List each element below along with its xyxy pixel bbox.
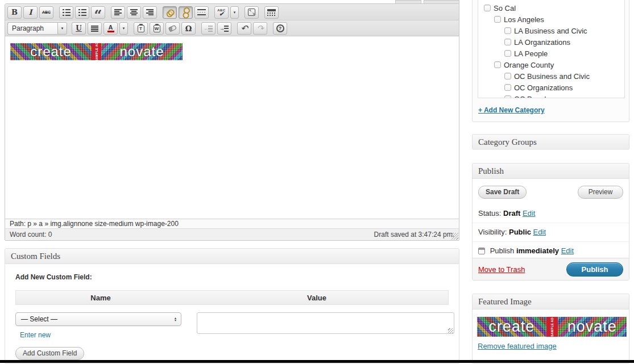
banner-strip-text: SAMPLE AD: [550, 317, 554, 337]
undo-icon: [241, 25, 248, 32]
custom-fields-body: Add New Custom Field: Name Value — Selec…: [5, 264, 459, 364]
category-item-la-business-and-civic[interactable]: LA Business and Civic: [478, 25, 624, 36]
save-draft-button[interactable]: Save Draft: [478, 186, 527, 199]
checkbox-icon[interactable]: [504, 39, 511, 45]
visibility-value: Public: [509, 228, 531, 236]
align-left-icon: [114, 9, 122, 15]
italic-button[interactable]: [23, 6, 38, 19]
category-label: LA People: [514, 49, 548, 58]
remove-format-icon: [168, 25, 177, 32]
bold-icon: [11, 8, 18, 16]
unlink-icon: [180, 6, 192, 18]
redo-button[interactable]: [253, 22, 267, 35]
category-item-la-people[interactable]: LA People: [478, 48, 624, 59]
custom-field-value-input[interactable]: [197, 312, 454, 334]
spellcheck-button[interactable]: [214, 6, 229, 19]
outdent-button[interactable]: [201, 22, 216, 35]
publish-panel-header[interactable]: Publish: [473, 164, 629, 179]
checkbox-icon[interactable]: [484, 5, 491, 11]
category-groups-panel: Category Groups: [472, 134, 629, 150]
help-button[interactable]: [273, 22, 287, 35]
checkbox-icon[interactable]: [494, 16, 501, 23]
checkbox-icon[interactable]: [504, 50, 511, 57]
remove-featured-image-link[interactable]: Remove featured image: [478, 342, 557, 350]
checkbox-icon[interactable]: [504, 84, 511, 91]
category-groups-panel-header[interactable]: Category Groups: [473, 135, 629, 150]
format-dropdown-arrow-icon[interactable]: [57, 22, 67, 35]
custom-field-new-row: — Select — ▲ ▼ Enter new: [15, 305, 449, 339]
justify-button[interactable]: [88, 22, 102, 35]
bullet-list-button[interactable]: [59, 6, 73, 19]
underline-button[interactable]: [72, 22, 86, 35]
post-banner-image[interactable]: create SAMPLE AD novate: [10, 43, 183, 60]
align-left-button[interactable]: [111, 6, 125, 19]
align-center-button[interactable]: [127, 6, 141, 19]
dropdown-arrow-button[interactable]: [119, 22, 128, 35]
undo-button[interactable]: [237, 22, 251, 35]
bold-button[interactable]: [7, 6, 22, 19]
paragraph-format-select[interactable]: Paragraph: [7, 22, 57, 35]
featured-image-panel-header[interactable]: Featured Image: [473, 294, 629, 309]
banner-right-mosaic: novate: [101, 43, 183, 60]
justify-icon: [91, 26, 98, 32]
visibility-label: Visibility:: [478, 228, 507, 236]
numbered-list-button[interactable]: [75, 6, 89, 19]
paste-word-button[interactable]: [150, 22, 164, 35]
move-to-trash-link[interactable]: Move to Trash: [478, 265, 525, 274]
align-right-button[interactable]: [143, 6, 157, 19]
category-item-los-angeles[interactable]: Los Angeles: [478, 14, 624, 25]
category-item-la-organizations[interactable]: LA Organizations: [478, 36, 624, 48]
bullet-list-icon: [63, 9, 71, 16]
word-count-text: Word count: 0: [10, 231, 52, 239]
add-new-category-link[interactable]: + Add New Category: [478, 106, 545, 114]
remove-format-button[interactable]: [165, 22, 180, 35]
custom-field-name-select[interactable]: — Select — ▲ ▼: [15, 312, 181, 326]
indent-icon: [220, 26, 229, 32]
checkbox-icon[interactable]: [504, 73, 511, 80]
paste-text-button[interactable]: [134, 22, 148, 35]
category-item-oc-business-and-civic[interactable]: OC Business and Civic: [478, 70, 624, 82]
featured-image-thumbnail[interactable]: create SAMPLE AD novate: [477, 317, 627, 337]
indent-button[interactable]: [217, 22, 231, 35]
edit-visibility-link[interactable]: Edit: [533, 228, 546, 236]
dropdown-arrow-button[interactable]: [230, 6, 239, 19]
special-char-icon: [185, 24, 192, 33]
category-item-oc-people[interactable]: OC People: [478, 93, 624, 98]
publish-button[interactable]: Publish: [566, 262, 623, 277]
kitchen-sink-icon: [267, 9, 276, 16]
status-label: Status:: [478, 209, 501, 217]
editor-content-area[interactable]: create SAMPLE AD novate: [5, 36, 459, 219]
publish-minor-actions: Save Draft Preview: [473, 179, 629, 204]
unlink-button[interactable]: [179, 6, 193, 19]
category-label: LA Organizations: [514, 38, 570, 47]
blockquote-button[interactable]: [91, 6, 105, 19]
category-item-so-cal[interactable]: So Cal: [478, 2, 624, 14]
preview-button[interactable]: Preview: [578, 186, 623, 199]
format-combo: Paragraph: [7, 22, 67, 35]
edit-schedule-link[interactable]: Edit: [561, 246, 574, 255]
text-color-button[interactable]: [103, 22, 118, 35]
category-item-oc-organizations[interactable]: OC Organizations: [478, 82, 624, 93]
more-tag-button[interactable]: [194, 6, 209, 19]
enter-new-link[interactable]: Enter new: [20, 331, 51, 339]
banner-word-left: create: [488, 318, 534, 336]
editor-resize-grip-icon[interactable]: [451, 233, 458, 240]
banner-word-left: create: [30, 44, 72, 60]
schedule-value: immediately: [516, 246, 559, 255]
checkbox-icon[interactable]: [504, 95, 511, 98]
custom-fields-panel-header[interactable]: Custom Fields: [5, 249, 459, 264]
editor-path-bar: Path: p » a » img.alignnone size-medium …: [5, 219, 459, 228]
special-char-button[interactable]: [181, 22, 196, 35]
strikethrough-button[interactable]: [39, 6, 53, 19]
categories-panel: So CalLos AngelesLA Business and CivicLA…: [472, 0, 629, 122]
checkbox-icon[interactable]: [494, 61, 501, 68]
checkbox-icon[interactable]: [504, 27, 511, 34]
redo-icon: [256, 25, 264, 32]
spellcheck-icon: [217, 9, 226, 16]
add-custom-field-button[interactable]: Add Custom Field: [15, 347, 84, 360]
fullscreen-button[interactable]: [245, 6, 259, 19]
kitchen-sink-button[interactable]: [264, 6, 279, 19]
link-button[interactable]: [163, 6, 177, 19]
edit-status-link[interactable]: Edit: [523, 209, 535, 217]
category-item-orange-county[interactable]: Orange County: [478, 59, 624, 70]
